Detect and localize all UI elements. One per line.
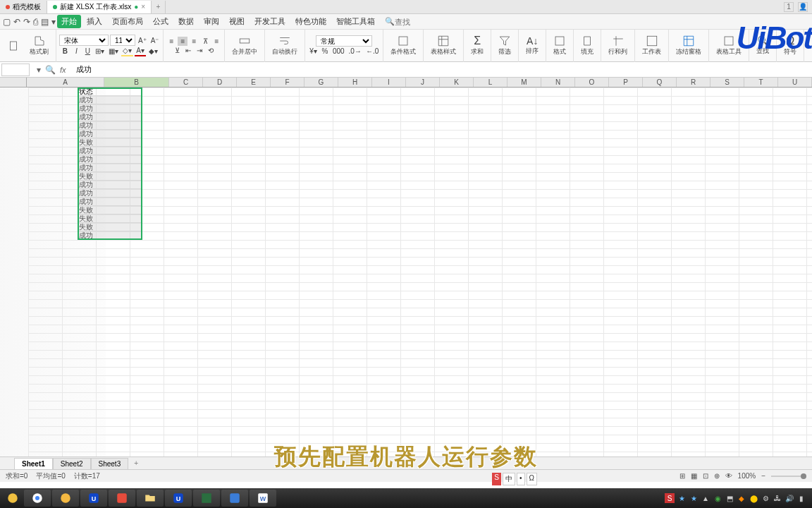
formula-value[interactable]: 成功 <box>73 64 92 75</box>
tray-icon[interactable]: ⬒ <box>725 493 734 503</box>
tray-icon[interactable]: ◆ <box>737 493 746 503</box>
col-header-I[interactable]: I <box>372 78 406 87</box>
ime-indicator[interactable]: S中•Ω <box>492 473 537 485</box>
tray-icon[interactable]: ★ <box>677 493 687 503</box>
col-header-D[interactable]: D <box>203 78 237 87</box>
select-all-corner[interactable] <box>0 78 27 87</box>
col-header-N[interactable]: N <box>541 78 575 87</box>
col-header-J[interactable]: J <box>406 78 440 87</box>
valign-icon[interactable]: ⊻ <box>172 46 182 55</box>
print-icon[interactable]: ⎙ <box>33 17 38 27</box>
tab-templates[interactable]: 稻壳模板 <box>0 1 47 13</box>
conditional-format-button[interactable]: 条件格式 <box>386 33 420 58</box>
menu-search[interactable]: 🔍 <box>385 17 423 26</box>
sheet-tab-3[interactable]: Sheet3 <box>91 458 129 469</box>
tray-icon[interactable]: ⬤ <box>749 493 758 503</box>
tray-network-icon[interactable]: 🖧 <box>773 493 782 503</box>
comma-icon[interactable]: 000 <box>331 47 346 56</box>
italic-button[interactable]: I <box>71 47 81 56</box>
font-family-select[interactable]: 宋体 <box>59 35 109 46</box>
new-tab-button[interactable]: + <box>152 1 166 13</box>
increase-decimal-icon[interactable]: .0→ <box>347 47 363 56</box>
increase-font-icon[interactable]: A⁺ <box>137 36 148 45</box>
font-color-button[interactable]: A▾ <box>135 46 146 56</box>
menu-dev-tools[interactable]: 开发工具 <box>250 15 290 28</box>
taskbar-uibot-2[interactable]: U <box>165 490 192 507</box>
taskbar-app-4[interactable] <box>109 490 135 507</box>
paste-button[interactable] <box>3 38 24 54</box>
orientation-icon[interactable]: ⟲ <box>206 46 216 55</box>
tray-icon[interactable]: ⚙ <box>761 493 770 503</box>
zoom-icon[interactable]: 🔍 <box>45 65 56 75</box>
cell-B10[interactable]: 成功 <box>78 164 142 172</box>
row-col-button[interactable]: 行和列 <box>604 33 632 58</box>
cell-B1[interactable]: 状态 <box>78 87 142 96</box>
menu-start[interactable]: 开始 <box>57 15 81 28</box>
col-header-C[interactable]: C <box>169 78 203 87</box>
filter-button[interactable]: 筛选 <box>494 33 515 58</box>
add-sheet-button[interactable]: + <box>128 458 144 468</box>
col-header-A[interactable]: A <box>27 78 104 87</box>
cell-B13[interactable]: 成功 <box>78 189 142 198</box>
taskbar-wps[interactable]: W <box>250 490 276 507</box>
percent-icon[interactable]: % <box>320 47 330 56</box>
clear-format-button[interactable]: ◆▾ <box>147 47 159 56</box>
view-eye-icon[interactable]: 👁 <box>725 472 732 480</box>
indent-increase-icon[interactable]: ⇥ <box>195 46 204 55</box>
decrease-font-icon[interactable]: A⁻ <box>149 36 161 45</box>
cell-B15[interactable]: 失败 <box>78 206 142 214</box>
menu-review[interactable]: 审阅 <box>199 15 223 28</box>
menu-insert[interactable]: 插入 <box>82 15 106 28</box>
taskbar-explorer[interactable] <box>137 490 164 507</box>
save-icon[interactable]: ▢ <box>3 17 11 27</box>
freeze-panes-button[interactable]: 冻结窗格 <box>672 33 706 58</box>
indent-decrease-icon[interactable]: ⇤ <box>183 46 193 55</box>
cell-B3[interactable]: 成功 <box>78 104 142 113</box>
col-header-E[interactable]: E <box>237 78 271 87</box>
view-reading-icon[interactable]: ⊕ <box>714 472 720 480</box>
col-header-K[interactable]: K <box>440 78 474 87</box>
sort-button[interactable]: A↓排序 <box>522 34 543 57</box>
sheet-tab-2[interactable]: Sheet2 <box>53 458 91 469</box>
taskbar-app-2[interactable] <box>52 490 79 507</box>
align-top-icon[interactable]: ⊼ <box>200 37 210 46</box>
col-header-F[interactable]: F <box>271 78 304 87</box>
menu-formula[interactable]: 公式 <box>149 15 173 28</box>
cell-B17[interactable]: 失败 <box>78 223 142 231</box>
cell-B2[interactable]: 成功 <box>78 96 142 104</box>
col-header-G[interactable]: G <box>304 78 338 87</box>
view-break-icon[interactable]: ⊡ <box>703 472 708 480</box>
tray-icon[interactable]: ▲ <box>701 493 710 503</box>
sum-button[interactable]: Σ求和 <box>467 33 488 58</box>
font-size-select[interactable]: 11 <box>110 35 135 46</box>
tray-icon[interactable]: S <box>665 493 675 503</box>
name-box[interactable] <box>1 64 30 76</box>
bold-button[interactable]: B <box>60 47 70 56</box>
tab-current-file[interactable]: 新建 XLSX 工作表.xlsx ● × <box>47 1 152 13</box>
view-page-icon[interactable]: ▦ <box>691 472 697 480</box>
col-header-B[interactable]: B <box>104 78 169 87</box>
table-style-button[interactable]: 表格样式 <box>426 33 460 58</box>
col-header-M[interactable]: M <box>508 78 541 87</box>
currency-icon[interactable]: ¥▾ <box>308 47 319 56</box>
worksheet-button[interactable]: 工作表 <box>638 33 665 58</box>
cell-B4[interactable]: 成功 <box>78 113 142 121</box>
taskbar-chrome[interactable] <box>24 490 51 507</box>
cell-B16[interactable]: 失败 <box>78 214 142 223</box>
number-format-select[interactable]: 常规 <box>316 35 372 47</box>
spreadsheet-grid[interactable]: ABCDEFGHIJKLMNOPQRSTU 状态成功成功成功成功成功失败成功成功… <box>0 78 812 456</box>
format-button[interactable]: 格式 <box>549 33 570 58</box>
col-header-L[interactable]: L <box>474 78 508 87</box>
cell-B12[interactable]: 成功 <box>78 181 142 189</box>
system-tray[interactable]: S ★ ★ ▲ ◉ ⬒ ◆ ⬤ ⚙ 🖧 🔊 ▮ <box>665 493 809 503</box>
preview-icon[interactable]: ▤ <box>41 17 49 27</box>
menu-smart-toolbox[interactable]: 智能工具箱 <box>332 15 379 28</box>
wrap-text-button[interactable]: 自动换行 <box>268 33 302 58</box>
cell-B11[interactable]: 失败 <box>78 172 142 181</box>
menu-view[interactable]: 视图 <box>225 15 249 28</box>
notification-badge[interactable]: 1 <box>784 2 794 12</box>
fill-button[interactable]: 填充 <box>577 33 598 58</box>
zoom-level[interactable]: 100% <box>738 472 756 480</box>
cell-B18[interactable]: 成功 <box>78 231 142 240</box>
border-button[interactable]: ⊞▾ <box>94 47 106 56</box>
